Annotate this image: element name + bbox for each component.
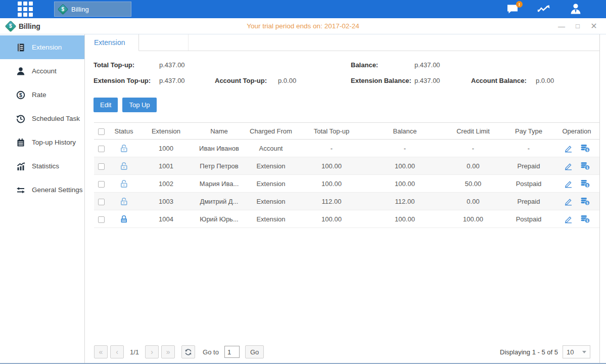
topup-row-icon[interactable]: $ <box>580 161 590 170</box>
main-content: Extension Total Top-up: p.437.00 Balance… <box>85 34 606 363</box>
close-button[interactable]: ✕ <box>590 22 598 30</box>
sidebar-item-label: Account <box>32 67 57 75</box>
unlocked-icon <box>119 179 129 189</box>
next-page-button[interactable]: › <box>145 345 159 358</box>
total-topup-cell: 100.00 <box>296 175 367 193</box>
go-button[interactable]: Go <box>245 345 264 358</box>
sidebar-item-general-settings[interactable]: General Settings <box>0 178 84 202</box>
statistics-chart-icon[interactable] <box>537 4 550 15</box>
statistics-icon <box>16 162 25 171</box>
tabstrip: Extension <box>85 34 599 51</box>
balance-cell: 100.00 <box>367 175 443 193</box>
prev-page-button[interactable]: ‹ <box>110 345 124 358</box>
user-account-icon[interactable] <box>569 3 582 15</box>
total-topup-cell: 100.00 <box>296 157 367 175</box>
extension-topup-value: p.437.00 <box>159 77 185 84</box>
balance-label: Balance: <box>351 61 378 69</box>
total-topup-cell: - <box>296 140 367 157</box>
select-all-checkbox[interactable] <box>98 128 105 135</box>
goto-page-input[interactable] <box>224 346 240 358</box>
account-topup-label: Account Top-up: <box>215 77 267 84</box>
charged-from-cell: Extension <box>246 157 296 175</box>
top-up-button[interactable]: Top Up <box>122 98 156 112</box>
name-cell: Иван Иванов <box>193 140 246 157</box>
tab-extension[interactable]: Extension <box>85 34 139 51</box>
row-checkbox[interactable] <box>98 163 105 170</box>
topup-row-icon[interactable]: $ <box>580 197 590 206</box>
table-row[interactable]: 1003Дмитрий Д...Extension112.00112.000.0… <box>94 193 599 210</box>
edit-row-icon[interactable] <box>564 197 573 206</box>
table-row[interactable]: 1000Иван ИвановAccount----$ <box>94 140 599 157</box>
column-header: Total Top-up <box>296 123 367 140</box>
column-header: Operation <box>554 123 599 140</box>
sidebar-item-label: Scheduled Task <box>32 115 80 122</box>
balance-value: p.437.00 <box>414 61 440 69</box>
sidebar-item-label: General Settings <box>32 186 83 194</box>
edit-button[interactable]: Edit <box>94 98 118 112</box>
edit-row-icon[interactable] <box>564 144 573 153</box>
total-topup-cell: 112.00 <box>296 193 367 210</box>
column-header: Pay Type <box>503 123 554 140</box>
sidebar-item-top-up-history[interactable]: Top-up History <box>0 130 84 154</box>
tab-ghost <box>139 34 189 51</box>
sidebar-item-scheduled-task[interactable]: Scheduled Task <box>0 107 84 130</box>
apps-grid-icon[interactable] <box>18 2 33 17</box>
account-balance-value: p.0.00 <box>536 77 554 84</box>
first-page-button[interactable]: « <box>94 345 108 358</box>
edit-row-icon[interactable] <box>564 179 573 188</box>
edit-row-icon[interactable] <box>564 214 573 223</box>
charged-from-cell: Extension <box>246 193 296 210</box>
account-topup-value: p.0.00 <box>278 77 296 84</box>
refresh-icon[interactable] <box>181 345 195 358</box>
column-header: Charged From <box>246 123 296 140</box>
row-checkbox[interactable] <box>98 216 105 223</box>
trial-notice: Your trial period ends on: 2017-02-24 <box>0 22 606 30</box>
column-header: Name <box>193 123 246 140</box>
name-cell: Юрий Юрь... <box>193 210 246 228</box>
table-row[interactable]: 1001Петр ПетровExtension100.00100.000.00… <box>94 157 599 175</box>
billing-app-tab[interactable]: $ Billing <box>54 2 131 17</box>
unlocked-icon <box>119 144 129 153</box>
row-checkbox[interactable] <box>98 146 105 152</box>
topup-row-icon[interactable]: $ <box>580 179 590 188</box>
topup-history-icon <box>16 138 25 147</box>
minimize-button[interactable]: — <box>557 23 566 30</box>
credit-limit-cell: 100.00 <box>443 210 503 228</box>
sidebar: ExtensionAccount$RateScheduled TaskTop-u… <box>0 34 85 363</box>
column-header: Status <box>108 123 139 140</box>
maximize-button[interactable]: □ <box>574 23 582 29</box>
charged-from-cell: Extension <box>246 175 296 193</box>
balance-cell: 100.00 <box>367 157 443 175</box>
total-topup-value: p.437.00 <box>159 61 185 69</box>
table-row[interactable]: 1002Мария Ива...Extension100.00100.0050.… <box>94 175 599 193</box>
sidebar-item-extension[interactable]: Extension <box>0 35 84 59</box>
credit-limit-cell: 0.00 <box>443 193 503 210</box>
sidebar-item-account[interactable]: Account <box>0 59 84 83</box>
billing-app-tab-label: Billing <box>71 6 89 13</box>
credit-limit-cell: 50.00 <box>443 175 503 193</box>
column-header: Extension <box>139 123 193 140</box>
account-balance-label: Account Balance: <box>471 77 527 84</box>
page-size-select[interactable]: 10 <box>563 345 590 358</box>
total-topup-label: Total Top-up: <box>94 61 134 69</box>
messages-icon[interactable]: ! <box>506 4 519 15</box>
balance-cell: 100.00 <box>367 210 443 228</box>
row-checkbox[interactable] <box>98 199 105 205</box>
column-header: Balance <box>367 123 443 140</box>
extension-topup-label: Extension Top-up: <box>94 77 151 84</box>
extension-balance-value: p.437.00 <box>414 77 440 84</box>
row-checkbox[interactable] <box>98 181 105 188</box>
svg-text:$: $ <box>586 148 588 152</box>
sidebar-item-statistics[interactable]: Statistics <box>0 154 84 178</box>
unlocked-icon <box>119 161 129 171</box>
topup-row-icon[interactable]: $ <box>580 214 590 223</box>
table-row[interactable]: 1004Юрий Юрь...Extension100.00100.00100.… <box>94 210 599 228</box>
extension-cell: 1002 <box>139 175 193 193</box>
last-page-button[interactable]: » <box>161 345 175 358</box>
edit-row-icon[interactable] <box>564 161 573 170</box>
pay-type-cell: Postpaid <box>503 175 554 193</box>
sidebar-item-label: Rate <box>32 91 46 99</box>
account-icon <box>16 67 25 76</box>
sidebar-item-rate[interactable]: $Rate <box>0 83 84 107</box>
topup-row-icon[interactable]: $ <box>580 144 590 153</box>
